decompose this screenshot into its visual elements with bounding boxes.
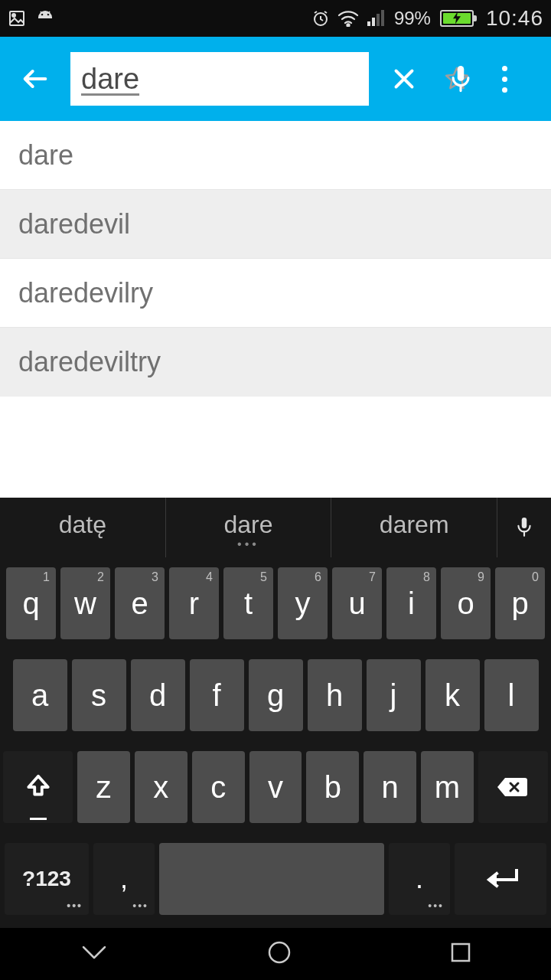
overflow-menu-button[interactable]	[496, 66, 514, 93]
svg-rect-0	[10, 11, 24, 25]
svg-rect-10	[458, 66, 465, 81]
prediction-item[interactable]: darem	[331, 498, 497, 557]
key-j[interactable]: j	[367, 659, 421, 731]
suggestions-list: dare daredevil daredevilry daredeviltry	[0, 121, 551, 498]
key-u[interactable]: 7u	[332, 567, 382, 639]
key-y[interactable]: 6y	[278, 567, 328, 639]
enter-key[interactable]	[455, 843, 546, 915]
svg-rect-9	[381, 10, 384, 26]
key-w[interactable]: 2w	[60, 567, 110, 639]
key-x[interactable]: x	[135, 751, 187, 823]
soft-keyboard: datę dare••• darem 1q 2w 3e 4r 5t 6y 7u …	[0, 498, 551, 928]
keyboard-row: 1q 2w 3e 4r 5t 6y 7u 8i 9o 0p	[3, 567, 548, 639]
key-n[interactable]: n	[364, 751, 416, 823]
nav-back-button[interactable]	[79, 941, 109, 967]
key-e[interactable]: 3e	[115, 567, 165, 639]
status-bar: 99% 10:46	[0, 0, 551, 37]
app-header	[0, 37, 551, 121]
keyboard-row: a s d f g h j k l	[3, 659, 548, 731]
prediction-bar: datę dare••• darem	[0, 498, 551, 557]
key-m[interactable]: m	[421, 751, 474, 823]
backspace-key[interactable]	[478, 751, 548, 823]
key-t[interactable]: 5t	[223, 567, 273, 639]
key-z[interactable]: z	[77, 751, 130, 823]
prediction-item[interactable]: dare•••	[166, 498, 332, 557]
key-v[interactable]: v	[249, 751, 302, 823]
nav-recent-button[interactable]	[449, 941, 472, 967]
key-g[interactable]: g	[249, 659, 303, 731]
svg-rect-13	[452, 944, 469, 961]
wifi-icon	[337, 10, 359, 27]
battery-icon	[440, 10, 474, 27]
period-key[interactable]: .•••	[389, 843, 450, 915]
suggestion-item[interactable]: daredevil	[0, 190, 551, 259]
key-s[interactable]: s	[72, 659, 126, 731]
svg-point-5	[347, 24, 349, 27]
battery-percent: 99%	[394, 8, 431, 29]
signal-icon	[367, 10, 386, 27]
clock: 10:46	[486, 6, 543, 31]
key-a[interactable]: a	[13, 659, 67, 731]
key-k[interactable]: k	[425, 659, 480, 731]
navigation-bar	[0, 928, 551, 980]
android-debug-icon	[35, 10, 55, 27]
back-button[interactable]	[14, 57, 57, 100]
key-f[interactable]: f	[190, 659, 244, 731]
suggestion-item[interactable]: daredevilry	[0, 259, 551, 328]
key-h[interactable]: h	[308, 659, 362, 731]
symbols-key[interactable]: ?123•••	[5, 843, 89, 915]
image-notification-icon	[8, 9, 26, 28]
svg-point-3	[47, 14, 50, 16]
key-o[interactable]: 9o	[441, 567, 491, 639]
svg-rect-6	[367, 21, 370, 26]
space-key[interactable]	[159, 843, 384, 915]
key-q[interactable]: 1q	[6, 567, 56, 639]
keyboard-row: ?123••• ,••• .•••	[3, 843, 548, 915]
voice-search-button[interactable]	[439, 57, 482, 100]
key-i[interactable]: 8i	[386, 567, 436, 639]
clear-button[interactable]	[383, 57, 425, 100]
key-r[interactable]: 4r	[169, 567, 219, 639]
svg-rect-7	[372, 18, 375, 26]
key-d[interactable]: d	[131, 659, 185, 731]
keyboard-row: z x c v b n m	[3, 751, 548, 823]
svg-point-2	[41, 14, 44, 16]
svg-rect-11	[522, 518, 527, 528]
suggestion-item[interactable]: dare	[0, 121, 551, 190]
suggestion-item[interactable]: daredeviltry	[0, 328, 551, 397]
key-p[interactable]: 0p	[495, 567, 545, 639]
svg-point-1	[12, 14, 15, 17]
comma-key[interactable]: ,•••	[93, 843, 155, 915]
keyboard-mic-button[interactable]	[497, 498, 551, 557]
search-field[interactable]	[70, 52, 369, 106]
svg-point-12	[269, 942, 289, 962]
key-b[interactable]: b	[306, 751, 359, 823]
nav-home-button[interactable]	[266, 939, 292, 969]
svg-rect-8	[377, 14, 380, 26]
key-l[interactable]: l	[484, 659, 539, 731]
shift-key[interactable]	[3, 751, 73, 823]
key-c[interactable]: c	[192, 751, 245, 823]
alarm-icon	[311, 9, 330, 28]
prediction-item[interactable]: datę	[0, 498, 166, 557]
